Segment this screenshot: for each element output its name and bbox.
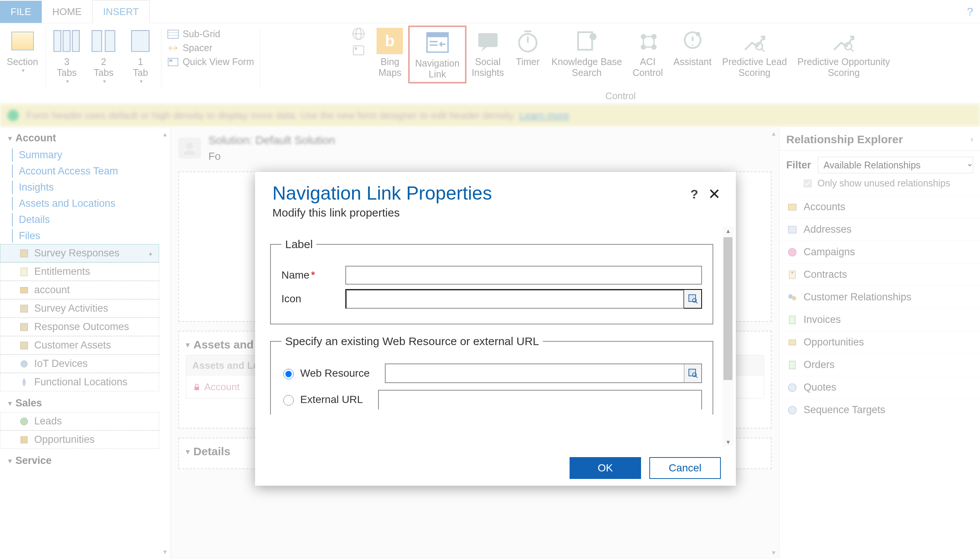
name-input[interactable] xyxy=(345,266,702,284)
scroll-thumb[interactable] xyxy=(723,237,733,380)
legend-url: Specify an existing Web Resource or exte… xyxy=(281,335,543,348)
dialog-title: Navigation Link Properties xyxy=(272,182,718,204)
cancel-button[interactable]: Cancel xyxy=(649,457,721,479)
dialog-scrollbar[interactable]: ▴ ▾ xyxy=(722,227,734,446)
fieldset-url: Specify an existing Web Resource or exte… xyxy=(270,335,713,415)
scroll-up-icon[interactable]: ▴ xyxy=(726,227,730,235)
svg-line-62 xyxy=(696,302,698,303)
icon-lookup-button[interactable] xyxy=(684,290,701,308)
radio-externalurl-label: External URL xyxy=(300,394,363,406)
radio-externalurl-input[interactable] xyxy=(283,395,294,406)
icon-label: Icon xyxy=(281,293,338,305)
ok-button[interactable]: OK xyxy=(570,457,641,479)
svg-rect-63 xyxy=(689,369,696,376)
navlink-properties-dialog: Navigation Link Properties Modify this l… xyxy=(255,172,736,486)
svg-line-65 xyxy=(696,376,698,378)
radio-externalurl[interactable]: External URL xyxy=(281,394,363,406)
radio-webresource[interactable]: Web Resource xyxy=(281,367,370,379)
fieldset-label: Label Name* Icon xyxy=(270,238,713,324)
scroll-down-icon[interactable]: ▾ xyxy=(726,438,730,446)
icon-input[interactable] xyxy=(346,290,684,309)
svg-rect-60 xyxy=(689,295,696,301)
legend-label: Label xyxy=(281,238,317,251)
webresource-input[interactable] xyxy=(386,364,684,382)
radio-webresource-input[interactable] xyxy=(283,369,294,379)
close-icon[interactable]: ✕ xyxy=(708,185,721,203)
name-label: Name xyxy=(281,269,310,281)
externalurl-input[interactable] xyxy=(379,390,701,409)
required-indicator: * xyxy=(311,269,315,281)
radio-webresource-label: Web Resource xyxy=(300,367,370,379)
dialog-subtitle: Modify this link properties xyxy=(272,207,718,219)
webresource-lookup-button[interactable] xyxy=(684,364,701,382)
dialog-help-icon[interactable]: ? xyxy=(690,187,698,202)
